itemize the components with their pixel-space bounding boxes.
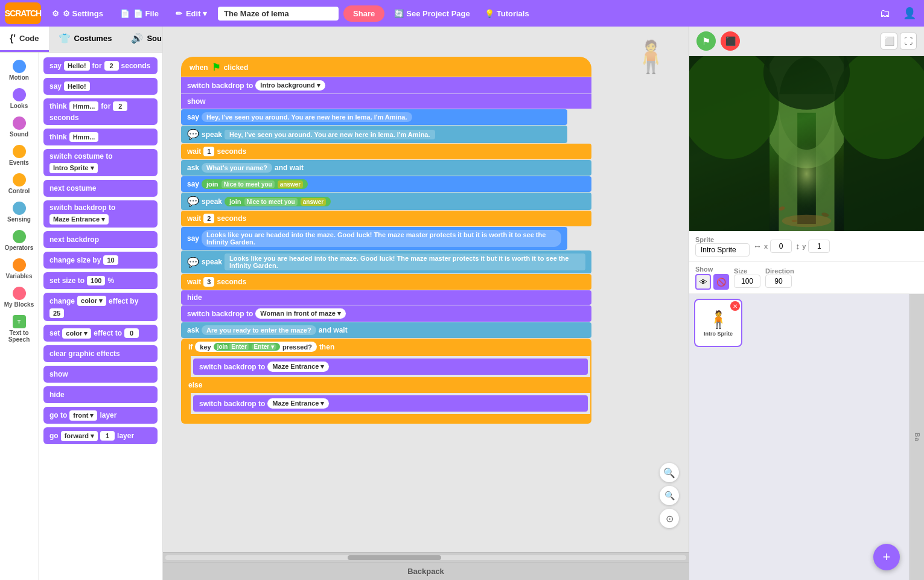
- category-variables[interactable]: Variables: [2, 256, 37, 282]
- join-block-nice[interactable]: join Nice to meet you answer: [202, 179, 308, 189]
- block-switch-backdrop-intro[interactable]: switch backdrop to Intro background ▾: [181, 77, 591, 94]
- zoom-out-button[interactable]: 🔍: [660, 486, 679, 505]
- sprite-grid: 🧍 Intro Sprite ✕ +: [689, 294, 910, 580]
- c-block-left-rail2: [181, 392, 191, 415]
- block-next-costume[interactable]: next costume: [43, 180, 158, 197]
- category-control[interactable]: Control: [2, 171, 37, 197]
- category-operators[interactable]: Operators: [2, 228, 37, 253]
- tutorials-button[interactable]: 💡 Tutorials: [480, 7, 534, 21]
- sprite-card-intro[interactable]: 🧍 Intro Sprite ✕: [694, 299, 742, 347]
- right-panel: ⚑ ⬛ ⬜ ⛶: [689, 27, 924, 580]
- category-motion[interactable]: Motion: [2, 57, 37, 83]
- block-next-backdrop[interactable]: next backdrop: [43, 231, 158, 248]
- category-sensing[interactable]: Sensing: [2, 199, 37, 225]
- block-set-color-effect[interactable]: set color ▾ effect to 0: [43, 325, 158, 342]
- category-events[interactable]: Events: [2, 142, 37, 168]
- block-say-long[interactable]: say Looks like you are headed into the m…: [181, 227, 567, 250]
- code-canvas[interactable]: 🧍 when ⚑ clicked switch backdrop to Intr…: [163, 27, 689, 552]
- category-looks[interactable]: Looks: [2, 86, 37, 112]
- block-wait-1[interactable]: wait 1 seconds: [181, 144, 591, 159]
- block-say-join-nice[interactable]: say join Nice to meet you answer: [181, 176, 591, 192]
- block-change-size[interactable]: change size by 10: [43, 252, 158, 269]
- block-ask-name[interactable]: ask What's your name? and wait: [181, 160, 591, 176]
- backpack-label: Backpack: [407, 567, 444, 576]
- tab-code[interactable]: {' Code: [0, 27, 49, 52]
- project-name-field[interactable]: [218, 7, 339, 21]
- play-controls: ⚑ ⬛ ⬜ ⛶: [689, 27, 924, 56]
- block-wait-2[interactable]: wait 2 seconds: [181, 211, 591, 226]
- zoom-reset-button[interactable]: ⊙: [660, 509, 679, 528]
- avatar-button[interactable]: 👤: [900, 4, 919, 23]
- horizontal-scrollbar[interactable]: [163, 552, 689, 562]
- block-say-hey[interactable]: say Hey, I've seen you around. You are n…: [181, 109, 567, 125]
- show-eye-button[interactable]: 👁: [695, 274, 711, 290]
- block-speak-hey[interactable]: 💬 speak Hey, I've seen you around. You a…: [181, 126, 567, 143]
- if-then-switch-backdrop[interactable]: switch backdrop to Maze Entrance ▾: [193, 359, 588, 375]
- file-menu[interactable]: 📄 📄 File: [114, 7, 165, 21]
- block-ask-ready[interactable]: ask Are you ready to enter the maze? and…: [181, 322, 591, 338]
- green-flag-icon: ⚑: [212, 62, 220, 73]
- backpack-bar[interactable]: Backpack: [163, 562, 689, 580]
- if-condition[interactable]: key join Enter Enter ▾ pressed?: [195, 342, 317, 352]
- block-think[interactable]: think Hmm...: [43, 129, 158, 145]
- green-flag-button[interactable]: ⚑: [696, 31, 716, 51]
- wait-1-input[interactable]: 1: [203, 147, 214, 156]
- folder-icon-button[interactable]: 🗂: [876, 4, 895, 23]
- block-speak-long[interactable]: 💬 speak Looks like you are headed into t…: [181, 250, 591, 273]
- block-switch-backdrop[interactable]: switch backdrop to Maze Entrance ▾: [43, 200, 158, 228]
- wait-3-input[interactable]: 3: [203, 277, 214, 287]
- stop-button[interactable]: ⬛: [721, 31, 740, 51]
- block-clear-graphic-effects[interactable]: clear graphic effects: [43, 345, 158, 362]
- block-switch-backdrop-woman[interactable]: switch backdrop to Woman in front of maz…: [181, 305, 591, 322]
- block-show[interactable]: show: [43, 366, 158, 383]
- tab-costumes[interactable]: 👕 Costumes: [49, 27, 122, 52]
- scrollbar-thumb[interactable]: [348, 555, 441, 560]
- if-then-backdrop-dropdown[interactable]: Maze Entrance ▾: [267, 362, 329, 372]
- backdrops-panel[interactable]: Ba: [910, 294, 924, 580]
- y-arrow-icon: ↕: [795, 241, 800, 251]
- hide-eye-button[interactable]: 🚫: [713, 274, 729, 290]
- tab-sounds[interactable]: 🔊 Sounds: [121, 27, 163, 52]
- edit-menu[interactable]: ✏ Edit ▾: [170, 7, 213, 21]
- wait-2-input[interactable]: 2: [203, 214, 214, 223]
- sprite-name-input[interactable]: [695, 243, 750, 257]
- backdrop-woman-dropdown[interactable]: Woman in front of maze ▾: [255, 308, 346, 319]
- zoom-in-button[interactable]: 🔍: [660, 463, 679, 482]
- block-go-forward-layer[interactable]: go forward ▾ 1 layer: [43, 427, 158, 444]
- block-say-for-seconds[interactable]: say Hello! for 2 seconds: [43, 57, 158, 74]
- see-project-button[interactable]: 🔄 See Project Page: [389, 7, 475, 21]
- scratch-logo[interactable]: SCRATCH: [5, 2, 41, 24]
- size-input[interactable]: [734, 275, 760, 288]
- block-hide[interactable]: hide: [43, 386, 158, 403]
- category-myblocks[interactable]: My Blocks: [2, 284, 37, 310]
- else-switch-backdrop[interactable]: switch backdrop to Maze Entrance ▾: [193, 395, 588, 412]
- direction-input[interactable]: [765, 275, 792, 288]
- block-set-size[interactable]: set size to 100 %: [43, 272, 158, 289]
- block-show-canvas[interactable]: show: [181, 94, 591, 109]
- backdrop-intro-dropdown[interactable]: Intro background ▾: [255, 80, 325, 91]
- if-block-top[interactable]: if key join Enter Enter ▾ pressed? then: [181, 339, 591, 355]
- block-hide-canvas[interactable]: hide: [181, 290, 591, 305]
- block-think-for-seconds[interactable]: think Hmm... for 2 seconds: [43, 98, 158, 125]
- project-name-input[interactable]: [218, 7, 339, 21]
- settings-menu[interactable]: ⚙ ⚙ Settings: [46, 7, 109, 21]
- block-wait-3[interactable]: wait 3 seconds: [181, 274, 591, 290]
- sprite-delete-button[interactable]: ✕: [730, 301, 740, 311]
- ask-text-name: What's your name?: [202, 163, 272, 173]
- share-button[interactable]: Share: [343, 5, 384, 22]
- block-speak-join-nice[interactable]: 💬 speak join Nice to meet you answer: [181, 193, 591, 210]
- join-block-nice2[interactable]: join Nice to meet you answer: [225, 197, 331, 206]
- block-switch-costume[interactable]: switch costume to Intro Sprite ▾: [43, 149, 158, 176]
- stage-fullscreen-button[interactable]: ⛶: [900, 33, 917, 49]
- y-input[interactable]: [808, 240, 830, 253]
- block-go-to-layer[interactable]: go to front ▾ layer: [43, 407, 158, 424]
- add-sprite-button[interactable]: +: [873, 544, 900, 570]
- category-sound[interactable]: Sound: [2, 114, 37, 140]
- stage-normal-button[interactable]: ⬜: [881, 33, 897, 49]
- else-backdrop-dropdown[interactable]: Maze Entrance ▾: [267, 398, 329, 409]
- x-input[interactable]: [770, 240, 792, 253]
- block-change-color-effect[interactable]: change color ▾ effect by 25: [43, 293, 158, 321]
- hat-block-flag[interactable]: when ⚑ clicked: [181, 57, 591, 77]
- block-say[interactable]: say Hello!: [43, 78, 158, 95]
- category-text[interactable]: T Text to Speech: [2, 313, 37, 345]
